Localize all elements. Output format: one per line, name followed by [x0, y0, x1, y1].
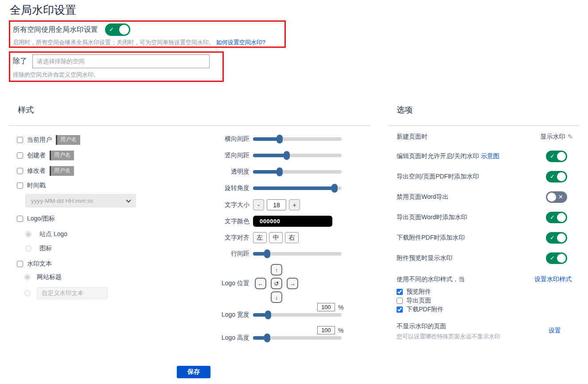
- current-user-row: 当前用户 用户名: [17, 135, 80, 145]
- creator-label: 创建者: [27, 151, 46, 159]
- new-page-row: 新建页面时 显示水印 ✎: [388, 133, 579, 141]
- font-size-decrease-button[interactable]: -: [253, 199, 264, 210]
- global-toggle-highlight-box: 所有空间使用全局水印设置 ✓ 启用时，所有空间会继承全局水印设置；关闭时，可为空…: [9, 20, 286, 48]
- download-attachment-pdf-row: 下载附件PDF时添加水印 ✓: [388, 234, 579, 242]
- set-watermark-style-link[interactable]: 设置水印样式: [534, 275, 572, 283]
- site-title-radio[interactable]: [24, 274, 31, 280]
- disable-word-label: 禁用页面Word导出: [397, 193, 448, 201]
- global-toggle-description: 启用时，所有空间会继承全局水印设置；关闭时，可为空间单独设置空间水印。: [13, 39, 214, 46]
- slider-thumb[interactable]: [276, 167, 283, 176]
- align-center-button[interactable]: 中: [269, 232, 283, 243]
- options-section-divider: [388, 125, 579, 126]
- export-page-checkbox[interactable]: [397, 298, 403, 304]
- slider-fill: [253, 137, 280, 141]
- arrow-down-icon: ↓: [275, 294, 278, 301]
- line-spacing-slider[interactable]: [253, 249, 342, 258]
- exclude-spaces-highlight-box: 除了 排除的空间允许自定义空间水印。: [9, 51, 224, 82]
- logo-position-right-button[interactable]: →: [287, 278, 298, 289]
- pencil-icon[interactable]: ✎: [567, 133, 573, 141]
- logo-icon-row: Logo/图标: [17, 215, 55, 223]
- icon-option-label: 图标: [39, 244, 52, 252]
- exclude-spaces-input[interactable]: [32, 54, 210, 68]
- schematic-link[interactable]: 示意图: [481, 152, 499, 159]
- how-to-set-space-watermark-link[interactable]: 如何设置空间水印?: [216, 39, 265, 46]
- preview-attachment-option: 预览附件: [397, 288, 431, 296]
- logo-position-left-button[interactable]: ←: [255, 278, 266, 289]
- opacity-slider[interactable]: [253, 167, 342, 176]
- disable-word-toggle[interactable]: ✕: [546, 191, 567, 203]
- site-logo-radio[interactable]: [25, 231, 31, 237]
- watermark-text-checkbox[interactable]: [17, 261, 23, 267]
- edit-page-toggle[interactable]: ✓: [546, 151, 567, 162]
- logo-width-slider[interactable]: [253, 310, 342, 319]
- current-user-label: 当前用户: [27, 136, 52, 144]
- font-color-row: 文字颜色 000000: [210, 216, 332, 227]
- disable-word-row: 禁用页面Word导出 ✕: [388, 193, 579, 201]
- vertical-spacing-row: 竖向间距: [210, 151, 342, 160]
- toggle-knob: [557, 152, 566, 161]
- logo-height-slider[interactable]: [253, 334, 342, 342]
- style-section-heading: 样式: [18, 105, 34, 115]
- toggle-knob: [547, 193, 556, 202]
- custom-watermark-text-input[interactable]: [37, 287, 108, 299]
- opacity-row: 透明度: [210, 167, 342, 176]
- logo-position-up-button[interactable]: ↑: [271, 264, 282, 275]
- slider-thumb[interactable]: [264, 249, 270, 258]
- slider-thumb[interactable]: [284, 151, 290, 160]
- timestamp-format-select[interactable]: yyyy-MM-dd HH:mm:ss: [25, 194, 136, 207]
- exclude-label: 除了: [13, 57, 27, 66]
- slider-fill: [253, 154, 287, 157]
- slider-thumb[interactable]: [331, 184, 338, 193]
- logo-position-pad: ↑ ← ↺ → ↓: [255, 264, 299, 304]
- timestamp-checkbox[interactable]: [17, 182, 23, 189]
- timestamp-format-value: yyyy-MM-dd HH:mm:ss: [31, 198, 93, 204]
- align-right-button[interactable]: 右: [285, 232, 299, 243]
- export-word-label: 导出页面Word时添加水印: [397, 213, 467, 221]
- modifier-row: 修改者 用户名: [17, 166, 74, 176]
- hidden-pages-settings-link[interactable]: 设置: [549, 327, 561, 335]
- font-color-picker[interactable]: 000000: [253, 216, 332, 227]
- preview-attachment-label: 预览附件: [406, 288, 431, 296]
- rotation-slider[interactable]: [253, 184, 342, 193]
- check-icon: ✓: [550, 173, 555, 180]
- export-pdf-toggle[interactable]: ✓: [546, 171, 567, 182]
- logo-position-reset-button[interactable]: ↺: [271, 278, 282, 289]
- logo-height-percent-unit: %: [338, 327, 343, 334]
- export-word-row: 导出页面Word时添加水印 ✓: [388, 213, 579, 221]
- vertical-spacing-slider[interactable]: [253, 151, 342, 160]
- export-pdf-row: 导出空间/页面PDF时添加水印 ✓: [388, 173, 579, 181]
- font-size-input[interactable]: [267, 199, 286, 210]
- check-icon: ✓: [109, 26, 114, 33]
- edit-page-row: 编辑页面时允许开启/关闭水印 示意图 ✓: [388, 152, 579, 160]
- align-left-button[interactable]: 左: [253, 232, 267, 243]
- global-watermark-toggle[interactable]: ✓: [105, 23, 130, 36]
- current-user-checkbox[interactable]: [17, 137, 23, 143]
- logo-position-down-button[interactable]: ↓: [271, 291, 282, 303]
- save-button[interactable]: 保存: [177, 366, 210, 378]
- check-icon: ✓: [550, 214, 555, 221]
- custom-text-option: [24, 287, 108, 299]
- logo-height-row: Logo 高度: [210, 334, 342, 342]
- font-size-increase-button[interactable]: +: [289, 199, 300, 210]
- icon-radio[interactable]: [25, 245, 31, 252]
- download-pdf-attachment-checkbox[interactable]: [397, 306, 403, 313]
- export-word-toggle[interactable]: ✓: [546, 212, 567, 223]
- slider-thumb[interactable]: [264, 334, 270, 342]
- download-attachment-pdf-toggle[interactable]: ✓: [546, 232, 567, 244]
- horizontal-spacing-slider[interactable]: [253, 135, 342, 144]
- slider-thumb[interactable]: [276, 135, 283, 144]
- arrow-up-icon: ↑: [275, 267, 278, 273]
- logo-icon-checkbox[interactable]: [17, 216, 23, 222]
- rotation-row: 旋转角度: [210, 184, 342, 193]
- horizontal-spacing-row: 横向间距: [210, 135, 342, 144]
- timestamp-label: 时间戳: [27, 182, 46, 190]
- slider-thumb[interactable]: [265, 310, 271, 319]
- creator-checkbox[interactable]: [17, 152, 23, 159]
- vertical-spacing-label: 竖向间距: [210, 151, 249, 159]
- username-badge: 用户名: [50, 151, 74, 160]
- check-icon: ✓: [550, 255, 555, 261]
- custom-text-radio[interactable]: [24, 290, 31, 296]
- preview-attachment-checkbox[interactable]: [397, 289, 403, 295]
- attachment-preview-toggle[interactable]: ✓: [546, 252, 567, 264]
- modifier-checkbox[interactable]: [17, 168, 23, 174]
